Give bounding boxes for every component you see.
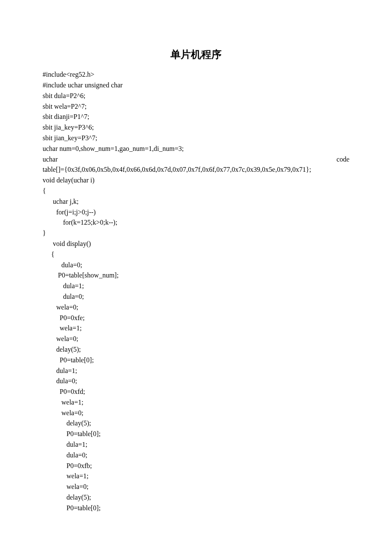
document-page: 单片机程序 #include<reg52.h> #include uchar u… [0, 0, 392, 555]
page-title: 单片机程序 [43, 47, 349, 63]
uchar-left: uchar [43, 154, 58, 165]
table-array-line: table[]={0x3f,0x06,0x5b,0x4f,0x66,0x6d,0… [43, 165, 349, 175]
code-block-2: void delay(uchar i) { uchar j,k; for(j=i… [43, 175, 349, 514]
uchar-code-line: uchar code [43, 154, 349, 165]
code-block-1: #include<reg52.h> #include uchar unsigne… [43, 69, 349, 154]
uchar-right: code [337, 154, 349, 165]
